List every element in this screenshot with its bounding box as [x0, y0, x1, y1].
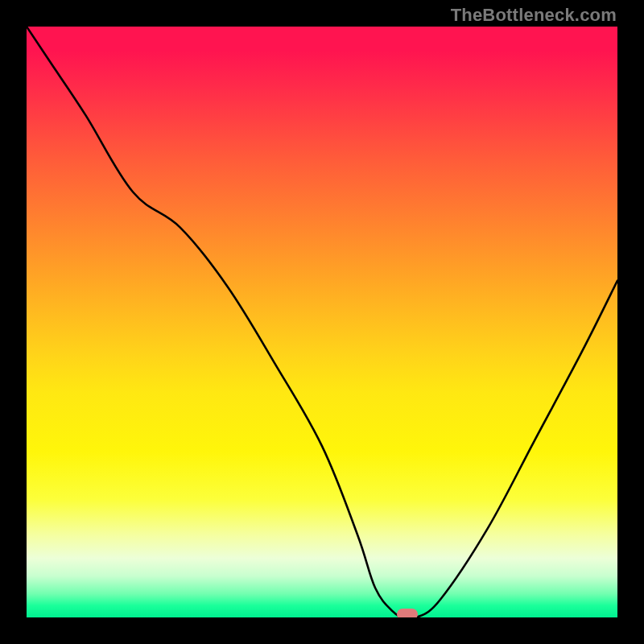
plot-area: [27, 27, 617, 617]
bottleneck-curve: [27, 27, 617, 617]
chart-frame: TheBottleneck.com: [0, 0, 644, 644]
optimum-marker: [397, 609, 418, 617]
watermark-text: TheBottleneck.com: [451, 5, 617, 26]
